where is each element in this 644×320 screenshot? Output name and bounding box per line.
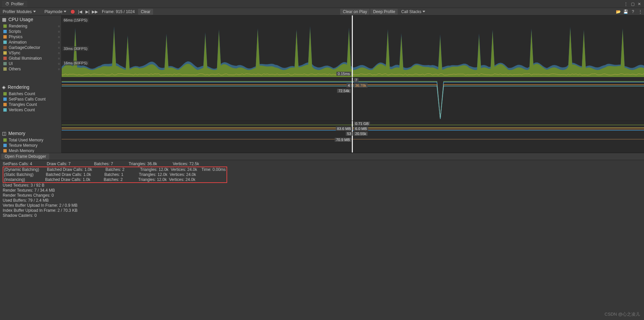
cpu-icon: ▦: [2, 17, 6, 22]
rendering-module-header[interactable]: ◈ Rendering: [0, 83, 61, 91]
legend-item[interactable]: Physics≡: [0, 34, 61, 40]
legend-label: Physics: [9, 35, 22, 39]
legend-color-swatch: [3, 51, 7, 55]
legend-label: Total Used Memory: [9, 138, 43, 142]
legend-color-swatch: [3, 92, 7, 95]
legend-item[interactable]: Global Illumination≡: [0, 56, 61, 61]
fps-guide-label: 33ms (30FPS): [62, 46, 89, 51]
legend-label: Rendering: [9, 24, 27, 28]
legend-item[interactable]: Vertices Count: [0, 107, 61, 113]
load-icon[interactable]: 📂: [615, 9, 622, 14]
cpu-scrub-value: 0.15ms: [336, 72, 351, 76]
frame-first-button[interactable]: |◀: [76, 9, 84, 14]
legend-label: Global Illumination: [9, 56, 42, 61]
render-val-mid: 4: [346, 83, 351, 87]
window-menu-icon[interactable]: ⋮: [623, 1, 629, 7]
charts-area: 66ms (15FPS)33ms (30FPS)16ms (60FPS) 0.1…: [62, 15, 644, 153]
drag-grip-icon[interactable]: ≡: [58, 24, 59, 28]
legend-item[interactable]: Scripts≡: [0, 29, 61, 34]
mem-val-top: 0.71 GB: [354, 122, 370, 126]
mem-val-r1: 6.0 MB: [354, 127, 368, 131]
render-val-top: 7: [354, 78, 359, 82]
fps-guide-label: 16ms (60FPS): [62, 61, 89, 65]
frame-prev-button[interactable]: ▶|: [84, 9, 91, 14]
stats-row: Index Buffer Upload In Frame: 2 / 70.3 K…: [3, 208, 641, 213]
drag-grip-icon[interactable]: ≡: [58, 46, 59, 50]
save-icon[interactable]: 💾: [622, 9, 629, 14]
clear-on-play-button[interactable]: Clear on Play: [340, 9, 370, 15]
tab-title: Profiler: [11, 2, 24, 6]
cpu-module-header[interactable]: ▦ CPU Usage: [0, 15, 61, 23]
detail-toolbar: Open Frame Debugger: [0, 153, 644, 160]
cpu-chart[interactable]: 66ms (15FPS)33ms (30FPS)16ms (60FPS) 0.1…: [62, 15, 644, 77]
drag-grip-icon[interactable]: ≡: [58, 62, 59, 66]
legend-label: Vertices Count: [9, 108, 35, 112]
record-button[interactable]: [69, 9, 76, 14]
legend-color-swatch: [3, 108, 7, 112]
playmode-dropdown[interactable]: Playmode: [42, 9, 69, 15]
profiler-icon: ⏱: [5, 2, 9, 6]
frame-scrubber[interactable]: [352, 15, 353, 77]
legend-item[interactable]: Batches Count: [0, 91, 61, 97]
drag-grip-icon[interactable]: ≡: [58, 51, 59, 55]
stats-row: Used Buffers: 79 / 2.4 MB: [3, 198, 641, 203]
maximize-icon[interactable]: ▢: [630, 1, 635, 7]
legend-color-swatch: [3, 98, 7, 101]
legend-color-swatch: [3, 62, 7, 65]
frame-next-button[interactable]: ▶▶: [91, 9, 99, 14]
legend-item[interactable]: Texture Memory: [0, 143, 61, 148]
memory-module-header[interactable]: ◫ Memory: [0, 129, 61, 137]
clear-button[interactable]: Clear: [138, 9, 153, 15]
drag-grip-icon[interactable]: ≡: [58, 30, 59, 34]
legend-item[interactable]: UI≡: [0, 61, 61, 66]
stats-row: Vertex Buffer Upload In Frame: 2 / 0.9 M…: [3, 203, 641, 208]
legend-label: Batches Count: [9, 91, 35, 96]
legend-item[interactable]: VSync≡: [0, 50, 61, 56]
legend-item[interactable]: Rendering≡: [0, 23, 61, 29]
legend-item[interactable]: GarbageCollector≡: [0, 45, 61, 50]
stats-batching-row: (Dynamic Batching) Batched Draw Calls: 1…: [4, 167, 226, 172]
legend-item[interactable]: Others≡: [0, 66, 61, 72]
legend-item[interactable]: Triangles Count: [0, 102, 61, 107]
stats-summary-row: SetPass Calls: 4 Draw Calls: 7 Batches: …: [3, 162, 641, 167]
mem-val-l2: 53: [346, 132, 352, 136]
drag-grip-icon[interactable]: ≡: [58, 35, 59, 39]
profiler-modules-dropdown[interactable]: Profiler Modules: [0, 9, 39, 15]
legend-label: UI: [9, 61, 13, 66]
close-icon[interactable]: ✕: [637, 1, 642, 7]
batching-highlight-box: (Dynamic Batching) Batched Draw Calls: 1…: [3, 167, 227, 183]
profiler-tab[interactable]: ⏱ Profiler: [2, 1, 27, 7]
menu-icon[interactable]: ⋮: [637, 9, 644, 14]
drag-grip-icon[interactable]: ≡: [58, 67, 59, 71]
stats-row: Render Textures: 7 / 34.4 MB: [3, 188, 641, 193]
stats-batching-row: (Instancing) Batched Draw Calls: 1.0k Ba…: [4, 177, 226, 182]
profiler-main: ▦ CPU Usage Rendering≡Scripts≡Physics≡An…: [0, 15, 644, 153]
stats-row: Used Textures: 3 / 92 B: [3, 183, 641, 188]
chevron-down-icon: [423, 11, 425, 12]
legend-item[interactable]: SetPass Calls Count: [0, 97, 61, 102]
mem-val-l3: 70.9 MB: [335, 138, 351, 142]
drag-grip-icon[interactable]: ≡: [58, 57, 59, 60]
call-stacks-dropdown[interactable]: Call Stacks: [398, 9, 428, 15]
legend-item[interactable]: Animation≡: [0, 40, 61, 45]
legend-label: Scripts: [9, 29, 21, 34]
rendering-chart[interactable]: 7 36.78k 4 72.54k: [62, 77, 644, 121]
chevron-down-icon: [33, 11, 36, 12]
open-frame-debugger-button[interactable]: Open Frame Debugger: [1, 153, 49, 159]
legend-color-swatch: [3, 144, 7, 147]
legend-color-swatch: [3, 103, 7, 106]
legend-color-swatch: [3, 46, 7, 49]
frame-scrubber[interactable]: [352, 77, 353, 121]
legend-label: Animation: [9, 40, 26, 45]
deep-profile-button[interactable]: Deep Profile: [370, 9, 398, 15]
legend-color-swatch: [3, 35, 7, 39]
drag-grip-icon[interactable]: ≡: [58, 41, 59, 44]
legend-item[interactable]: Mesh Memory: [0, 148, 61, 153]
legend-label: GarbageCollector: [9, 45, 40, 50]
mem-val-r2: 20.55k: [354, 132, 368, 136]
legend-color-swatch: [3, 24, 7, 28]
legend-item[interactable]: Total Used Memory: [0, 137, 61, 143]
help-icon[interactable]: ?: [629, 9, 637, 14]
frame-scrubber[interactable]: [352, 121, 353, 152]
memory-chart[interactable]: 0.71 GB 6.0 MB 83.6 MB 20.55k 53 70.9 MB: [62, 121, 644, 153]
